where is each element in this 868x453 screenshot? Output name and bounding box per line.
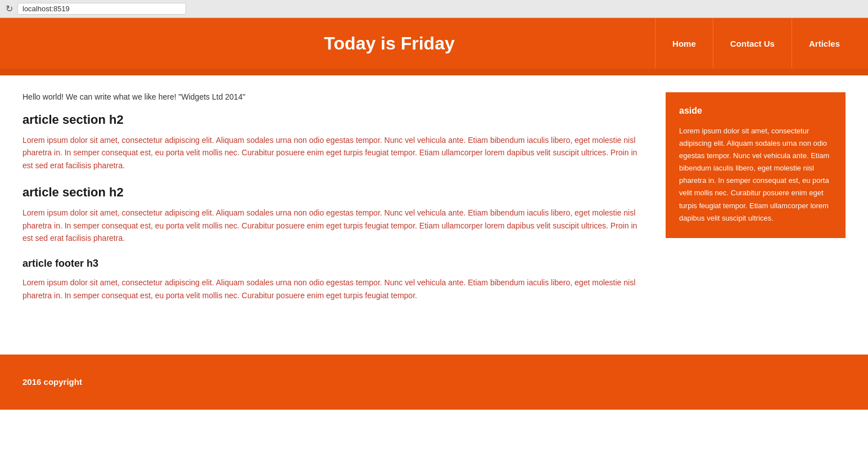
address-bar[interactable]: localhost:8519 [17,3,186,15]
section-3-paragraph: Lorem ipsum dolor sit amet, consectetur … [22,276,649,302]
nav-contact-us[interactable]: Contact Us [713,18,792,69]
site-title: Today is Friday [11,33,655,54]
browser-chrome: ↻ localhost:8519 [0,0,868,18]
section-2-heading: article section h2 [22,185,649,200]
sub-header-stripe [0,69,868,75]
article-section-1: article section h2 Lorem ipsum dolor sit… [22,113,649,172]
site-header: Today is Friday Home Contact Us Articles [0,18,868,69]
site-footer: 2016 copyright [0,355,868,410]
aside-box: aside Lorem ipsum dolor sit amet, consec… [666,92,846,238]
content-area: Hello world! We can write what we like h… [0,75,868,332]
section-2-paragraph: Lorem ipsum dolor sit amet, consectetur … [22,207,649,244]
section-1-heading: article section h2 [22,113,649,127]
nav-articles[interactable]: Articles [792,18,857,69]
aside-heading: aside [679,106,832,116]
section-3-heading: article footer h3 [22,258,649,270]
page-wrapper: Today is Friday Home Contact Us Articles… [0,18,868,453]
article-section-2: article section h2 Lorem ipsum dolor sit… [22,185,649,244]
aside-text: Lorem ipsum dolor sit amet, consectetur … [679,125,832,225]
article-section-3: article footer h3 Lorem ipsum dolor sit … [22,258,649,302]
section-1-paragraph: Lorem ipsum dolor sit amet, consectetur … [22,134,649,172]
main-content: Hello world! We can write what we like h… [22,92,649,315]
main-nav: Home Contact Us Articles [655,18,857,69]
intro-text: Hello world! We can write what we like h… [22,92,649,101]
reload-icon[interactable]: ↻ [6,3,13,14]
footer-text: 2016 copyright [22,377,82,387]
nav-home[interactable]: Home [655,18,713,69]
